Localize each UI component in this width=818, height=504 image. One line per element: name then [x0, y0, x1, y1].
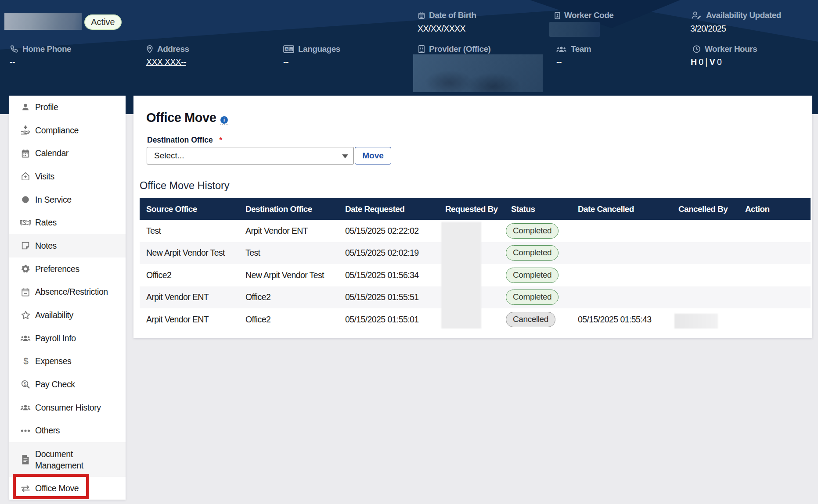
svg-text:A: A [285, 47, 288, 51]
svg-text:$: $ [23, 356, 28, 366]
svg-text:$: $ [23, 381, 26, 386]
